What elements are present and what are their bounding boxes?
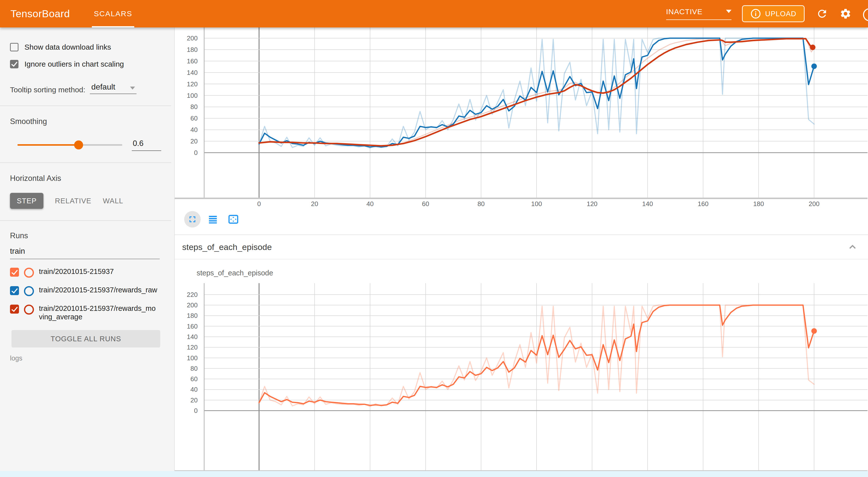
horizontal-axis-label: Horizontal Axis — [10, 174, 174, 183]
help-icon-circle — [863, 8, 868, 21]
fullscreen-icon — [187, 214, 197, 224]
fit-to-data-icon — [227, 214, 239, 225]
smoothing-label: Smoothing — [10, 117, 174, 126]
tooltip-sorting-label: Tooltip sorting method: — [10, 86, 85, 94]
series-end-marker — [811, 328, 817, 334]
x-tick-label: 160 — [698, 200, 709, 208]
app-title: TensorBoard — [10, 8, 70, 20]
run-checkbox-icon[interactable] — [10, 305, 19, 314]
tab-scalars[interactable]: SCALARS — [92, 0, 134, 27]
run-color-circle-icon — [24, 286, 34, 296]
smoothing-slider[interactable] — [18, 144, 122, 146]
axis-option-step[interactable]: STEP — [10, 193, 43, 209]
y-tick-label: 220 — [187, 291, 198, 298]
y-tick-label: 20 — [190, 396, 198, 404]
x-tick-label: 120 — [587, 200, 597, 208]
show-download-links-checkbox-row[interactable]: Show data download links — [10, 43, 174, 52]
status-dropdown-value: INACTIVE — [666, 7, 703, 16]
chart-card-title: steps_of_each_episode — [197, 269, 273, 277]
section-header-steps[interactable]: steps_of_each_episode — [175, 235, 868, 259]
runs-filter-input[interactable]: train — [10, 247, 160, 259]
tooltip-sorting-row: Tooltip sorting method: default — [10, 82, 174, 94]
y-tick-label: 100 — [187, 354, 198, 362]
chevron-up-icon[interactable] — [847, 242, 858, 252]
run-color-circle-icon — [24, 268, 34, 278]
checkbox-unchecked-icon[interactable] — [10, 43, 19, 52]
run-label: train/20201015-215937/rewards_raw — [39, 286, 159, 294]
fit-domain-button[interactable] — [225, 211, 242, 227]
horizontal-axis-options: STEP RELATIVE WALL — [10, 193, 174, 209]
y-tick-label: 160 — [187, 57, 198, 65]
x-tick-label: 20 — [311, 200, 318, 208]
chart-toolbar — [184, 211, 242, 227]
smoothing-slider-thumb[interactable] — [74, 140, 83, 150]
y-tick-label: 60 — [190, 115, 198, 122]
x-tick-label: 0 — [257, 200, 261, 208]
run-checkbox-icon[interactable] — [10, 268, 19, 277]
y-tick-label: 20 — [190, 137, 198, 145]
info-icon — [750, 8, 761, 19]
checkbox-checked-icon[interactable] — [10, 60, 19, 68]
settings-gear-icon[interactable] — [840, 8, 851, 20]
series-end-marker — [810, 45, 815, 50]
refresh-icon[interactable] — [816, 8, 828, 20]
y-tick-label: 120 — [187, 80, 198, 88]
x-tick-label: 200 — [809, 200, 819, 208]
y-tick-label: 100 — [187, 92, 198, 99]
rewards-chart[interactable]: 0204060801001201401601802000204060801001… — [175, 27, 868, 211]
series-end-marker — [811, 63, 817, 69]
logs-label: logs — [10, 354, 174, 362]
sidebar-divider — [0, 220, 171, 221]
section-title: steps_of_each_episode — [182, 242, 272, 252]
smoothing-value-input[interactable]: 0.6 — [132, 139, 161, 151]
upload-button[interactable]: UPLOAD — [742, 5, 805, 22]
smoothing-slider-fill — [18, 144, 79, 146]
y-tick-label: 80 — [190, 103, 198, 110]
toggle-all-runs-button[interactable]: TOGGLE ALL RUNS — [11, 330, 160, 348]
run-color-circle-icon — [24, 305, 34, 315]
log-scale-button[interactable] — [205, 211, 221, 227]
y-tick-label: 120 — [187, 344, 198, 351]
x-tick-label: 60 — [422, 200, 429, 208]
y-tick-label: 200 — [187, 301, 198, 309]
app-header: TensorBoard SCALARS INACTIVE UPLOAD — [0, 0, 868, 27]
ignore-outliers-checkbox-row[interactable]: Ignore outliers in chart scaling — [10, 60, 174, 68]
smoothing-slider-row: 0.6 — [10, 139, 174, 151]
y-tick-label: 40 — [190, 126, 198, 133]
chevron-down-icon — [130, 87, 135, 92]
checkbox-label: Show data download links — [25, 43, 111, 52]
y-tick-label: 40 — [190, 386, 198, 393]
axis-option-wall[interactable]: WALL — [103, 193, 123, 209]
upload-button-label: UPLOAD — [765, 10, 796, 18]
tooltip-sorting-value: default — [91, 82, 115, 92]
tooltip-sorting-select[interactable]: default — [90, 82, 136, 94]
x-tick-label: 180 — [753, 200, 764, 208]
sidebar-divider — [0, 105, 171, 106]
checkbox-label: Ignore outliers in chart scaling — [25, 60, 124, 68]
run-label: train/20201015-215937/rewards_moving_ave… — [39, 304, 159, 321]
x-tick-label: 80 — [477, 200, 485, 208]
help-icon[interactable] — [862, 0, 868, 27]
run-checkbox-icon[interactable] — [10, 286, 19, 295]
x-tick-label: 40 — [366, 200, 374, 208]
run-row-rewards-moving-average[interactable]: train/20201015-215937/rewards_moving_ave… — [10, 304, 174, 321]
main-content: 0204060801001201401601802000204060801001… — [175, 27, 868, 477]
run-row-rewards[interactable]: train/20201015-215937 — [10, 267, 174, 278]
bottom-highlight-strip — [0, 471, 868, 477]
y-tick-label: 160 — [187, 323, 198, 330]
page-layout: Show data download links Ignore outliers… — [0, 27, 868, 477]
run-row-rewards-raw[interactable]: train/20201015-215937/rewards_raw — [10, 286, 174, 296]
axis-option-relative[interactable]: RELATIVE — [55, 193, 91, 209]
y-tick-label: 180 — [187, 46, 198, 53]
expand-chart-button[interactable] — [184, 211, 200, 227]
steps-chart[interactable]: 020406080100120140160180200220 — [175, 283, 868, 477]
y-tick-label: 200 — [187, 34, 198, 42]
chevron-down-icon — [726, 10, 732, 16]
sidebar-divider — [0, 162, 171, 163]
x-tick-label: 100 — [531, 200, 542, 208]
y-tick-label: 60 — [190, 375, 198, 383]
y-tick-label: 140 — [187, 333, 198, 341]
status-dropdown[interactable]: INACTIVE — [666, 7, 732, 20]
x-tick-label: 140 — [642, 200, 653, 208]
y-tick-label: 0 — [194, 407, 198, 414]
